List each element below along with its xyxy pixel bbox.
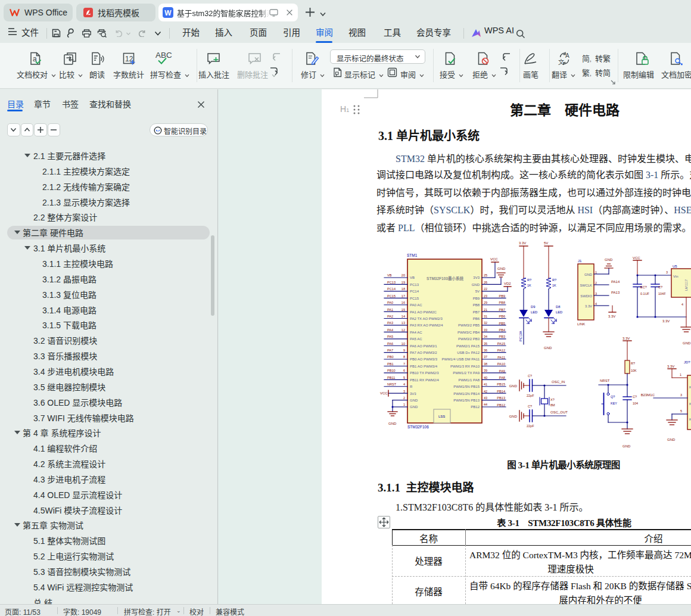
svg-text:44: 44 (484, 403, 487, 406)
svg-text:PA2 TX AO PWM2/3: PA2 TX AO PWM2/3 (410, 317, 443, 321)
svg-text:PC14: PC14 (387, 287, 396, 291)
svg-text:15: 15 (401, 308, 405, 312)
svg-text:NRST: NRST (387, 382, 397, 386)
svg-text:PB6: PB6 (473, 317, 480, 321)
svg-text:PWM3/2 PB5: PWM3/2 PB5 (458, 323, 480, 327)
svg-text:3.3V: 3.3V (519, 241, 526, 245)
svg-text:PA7: PA7 (387, 349, 393, 352)
svg-text:LED: LED (531, 310, 537, 314)
svg-text:PA12: PA12 (497, 349, 505, 352)
svg-text:2: 2 (403, 396, 405, 400)
svg-text:X?: X? (550, 398, 555, 402)
svg-text:3.3V: 3.3V (667, 365, 674, 368)
svg-text:VCC: VCC (380, 391, 388, 395)
svg-text:43: 43 (484, 396, 487, 400)
svg-text:34: 34 (484, 335, 487, 338)
svg-text:PB12: PB12 (471, 405, 480, 409)
svg-text:36: 36 (484, 349, 487, 352)
svg-text:PA4: PA4 (387, 328, 393, 332)
svg-text:LM1117: LM1117 (684, 279, 688, 291)
svg-text:PWM3/C PB4: PWM3/C PB4 (457, 331, 480, 334)
svg-text:10K: 10K (631, 369, 637, 372)
svg-text:VCC: VCC (490, 257, 498, 261)
svg-text:A: A (565, 52, 569, 59)
svg-text:C?: C? (633, 395, 637, 399)
svg-text:GND: GND (544, 346, 552, 350)
svg-text:GND: GND (509, 415, 518, 418)
svg-text:GND: GND (410, 405, 418, 409)
svg-text:KEY: KEY (611, 402, 617, 405)
svg-text:Q?: Q? (611, 395, 615, 399)
svg-text:USB D+ PA12: USB D+ PA12 (457, 351, 480, 354)
svg-text:8: 8 (403, 355, 405, 359)
svg-text:3: 3 (595, 292, 597, 295)
svg-text:40: 40 (484, 376, 487, 379)
svg-text:3V3: 3V3 (473, 276, 480, 279)
svg-text:SWCLK: SWCLK (580, 284, 592, 287)
svg-text:GND: GND (667, 438, 676, 441)
svg-text:GND: GND (388, 422, 397, 425)
svg-text:39: 39 (484, 369, 487, 372)
svg-text:4: 4 (681, 303, 683, 306)
svg-text:3: 3 (403, 390, 405, 393)
svg-text:10: 10 (401, 342, 405, 346)
svg-text:16: 16 (401, 301, 405, 304)
svg-text:3: 3 (666, 270, 668, 274)
svg-text:GND: GND (497, 267, 506, 270)
svg-text:D8: D8 (556, 305, 560, 309)
svg-text:PB10 TX PWM2/3: PB10 TX PWM2/3 (410, 371, 439, 375)
svg-text:37: 37 (484, 355, 487, 359)
svg-text:PA3: PA3 (387, 321, 393, 325)
svg-text:22pF: 22pF (527, 394, 534, 397)
svg-text:0.1UF: 0.1UF (640, 292, 650, 295)
svg-text:PA0 AC: PA0 AC (410, 303, 422, 307)
svg-text:22pF: 22pF (527, 424, 534, 428)
svg-text:14: 14 (401, 315, 405, 318)
svg-text:PC15: PC15 (410, 297, 419, 300)
svg-text:PA1 AO PWM2C: PA1 AO PWM2C (410, 310, 437, 314)
svg-text:GND: GND (410, 399, 418, 402)
svg-text:35: 35 (484, 342, 487, 346)
svg-text:3.3V: 3.3V (622, 337, 630, 340)
svg-text:4: 4 (403, 382, 405, 386)
svg-text:GND: GND (622, 444, 631, 448)
svg-text:PB5: PB5 (499, 322, 505, 325)
svg-text:4: 4 (595, 302, 597, 306)
svg-text:VB: VB (410, 276, 415, 279)
svg-text:U5: U5 (673, 265, 677, 268)
svg-text:PWM1/5N PB15: PWM1/5N PB15 (453, 385, 480, 388)
svg-text:PA10: PA10 (497, 362, 505, 366)
svg-text:LED: LED (556, 310, 562, 314)
svg-text:104: 104 (633, 402, 638, 405)
svg-text:PWM1/2 TX PA9: PWM1/2 TX PA9 (453, 371, 480, 375)
svg-text:PWM3/2 PB3: PWM3/2 PB3 (458, 337, 480, 341)
svg-text:NRST: NRST (600, 379, 610, 382)
svg-text:OSC_OUT: OSC_OUT (550, 410, 568, 414)
svg-text:3.3V: 3.3V (662, 319, 670, 323)
svg-text:20: 20 (401, 273, 405, 277)
svg-text:1: 1 (595, 270, 597, 274)
svg-text:42: 42 (484, 390, 487, 393)
svg-text:PB13: PB13 (497, 396, 505, 400)
svg-text:PB3: PB3 (499, 335, 505, 338)
svg-text:PB9: PB9 (499, 294, 505, 298)
svg-text:18: 18 (401, 287, 405, 291)
svg-text:PA13: PA13 (611, 291, 620, 294)
svg-text:PB7: PB7 (499, 308, 505, 312)
svg-text:6: 6 (403, 369, 405, 372)
svg-text:8M: 8M (550, 403, 555, 407)
svg-text:3.3V: 3.3V (585, 304, 592, 308)
svg-text:PA7 AO PWM3/2: PA7 AO PWM3/2 (410, 351, 437, 354)
svg-text:PA0: PA0 (387, 301, 393, 304)
svg-text:1: 1 (403, 403, 405, 406)
svg-text:ABC: ABC (155, 51, 172, 60)
svg-text:33: 33 (484, 328, 487, 332)
svg-text:GND: GND (509, 384, 518, 388)
svg-text:PB11: PB11 (387, 376, 395, 379)
svg-text:PWM1/2N PB14: PWM1/2N PB14 (453, 392, 480, 396)
svg-text:PB0: PB0 (387, 355, 394, 359)
svg-text:PB7: PB7 (473, 310, 480, 314)
svg-text:B23M1C: B23M1C (641, 393, 655, 397)
svg-text:STM1: STM1 (407, 253, 418, 257)
svg-text:PWM1/3 RX PA10: PWM1/3 RX PA10 (450, 365, 480, 368)
